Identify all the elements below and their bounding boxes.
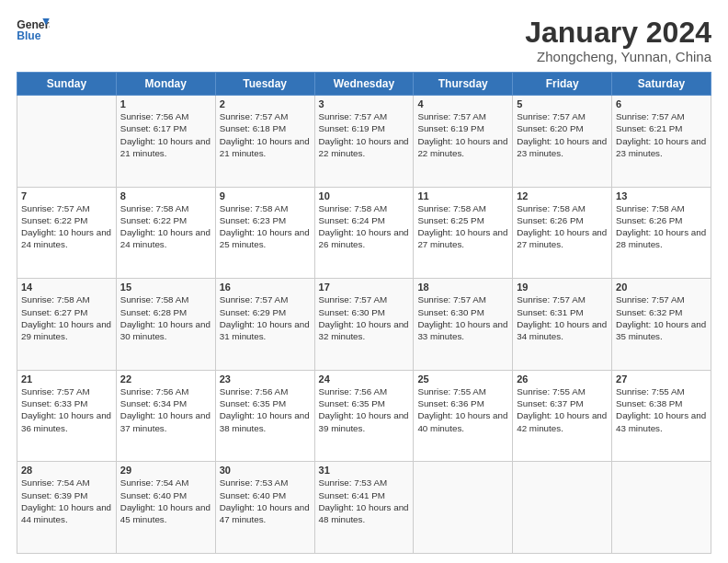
day-number: 20 [616,282,707,293]
day-info: Sunrise: 7:58 AMSunset: 6:24 PMDaylight:… [319,202,410,251]
calendar-table: SundayMondayTuesdayWednesdayThursdayFrid… [17,72,711,554]
calendar-body: 1Sunrise: 7:56 AMSunset: 6:17 PMDaylight… [17,96,711,554]
title-block: January 2024 Zhongcheng, Yunnan, China [525,17,711,64]
logo-icon: General Blue [17,17,50,44]
day-info: Sunrise: 7:58 AMSunset: 6:27 PMDaylight:… [21,293,112,342]
calendar-day-cell: 3Sunrise: 7:57 AMSunset: 6:19 PMDaylight… [314,96,414,188]
day-number: 13 [616,190,707,201]
day-number: 26 [517,373,608,385]
day-number: 5 [517,98,608,109]
calendar-week-row: 1Sunrise: 7:56 AMSunset: 6:17 PMDaylight… [17,96,711,188]
day-info: Sunrise: 7:56 AMSunset: 6:17 PMDaylight:… [120,110,211,159]
day-number: 1 [120,98,211,109]
calendar-header-row: SundayMondayTuesdayWednesdayThursdayFrid… [17,73,711,96]
calendar-day-cell: 23Sunrise: 7:56 AMSunset: 6:35 PMDayligh… [215,370,314,462]
day-info: Sunrise: 7:54 AMSunset: 6:39 PMDaylight:… [21,477,112,525]
day-info: Sunrise: 7:57 AMSunset: 6:19 PMDaylight:… [417,110,508,159]
calendar-day-cell: 27Sunrise: 7:55 AMSunset: 6:38 PMDayligh… [612,370,711,462]
day-info: Sunrise: 7:58 AMSunset: 6:25 PMDaylight:… [417,202,508,251]
calendar-day-cell: 24Sunrise: 7:56 AMSunset: 6:35 PMDayligh… [314,370,414,462]
day-number: 19 [517,282,608,293]
calendar-day-cell: 8Sunrise: 7:58 AMSunset: 6:22 PMDaylight… [116,187,215,279]
calendar-day-cell: 26Sunrise: 7:55 AMSunset: 6:37 PMDayligh… [513,370,612,462]
svg-text:Blue: Blue [17,29,41,42]
day-info: Sunrise: 7:57 AMSunset: 6:29 PMDaylight:… [220,293,311,342]
day-info: Sunrise: 7:53 AMSunset: 6:40 PMDaylight:… [220,477,311,525]
calendar-week-row: 14Sunrise: 7:58 AMSunset: 6:27 PMDayligh… [17,279,711,371]
calendar-day-cell: 1Sunrise: 7:56 AMSunset: 6:17 PMDaylight… [116,96,215,188]
day-info: Sunrise: 7:54 AMSunset: 6:40 PMDaylight:… [120,477,211,525]
calendar-day-cell: 15Sunrise: 7:58 AMSunset: 6:28 PMDayligh… [116,279,215,371]
day-info: Sunrise: 7:57 AMSunset: 6:30 PMDaylight:… [319,293,410,342]
calendar-week-row: 28Sunrise: 7:54 AMSunset: 6:39 PMDayligh… [17,462,711,554]
calendar-day-cell: 18Sunrise: 7:57 AMSunset: 6:30 PMDayligh… [414,279,513,371]
day-number: 3 [319,98,410,109]
day-info: Sunrise: 7:55 AMSunset: 6:38 PMDaylight:… [616,385,707,434]
calendar-page: General Blue January 2024 Zhongcheng, Yu… [0,0,728,563]
calendar-day-cell: 31Sunrise: 7:53 AMSunset: 6:41 PMDayligh… [314,462,414,554]
calendar-day-cell [414,462,513,554]
calendar-day-cell [612,462,711,554]
day-info: Sunrise: 7:57 AMSunset: 6:21 PMDaylight:… [616,110,707,159]
calendar-day-cell: 11Sunrise: 7:58 AMSunset: 6:25 PMDayligh… [414,187,513,279]
day-number: 7 [21,190,112,201]
calendar-day-cell: 9Sunrise: 7:58 AMSunset: 6:23 PMDaylight… [215,187,314,279]
day-number: 9 [220,190,311,201]
calendar-day-cell: 28Sunrise: 7:54 AMSunset: 6:39 PMDayligh… [17,462,117,554]
day-of-week-header: Tuesday [215,73,314,96]
day-number: 16 [220,282,311,293]
calendar-week-row: 7Sunrise: 7:57 AMSunset: 6:22 PMDaylight… [17,187,711,279]
day-number: 21 [21,373,112,385]
month-title: January 2024 [525,17,711,49]
calendar-day-cell [17,96,117,188]
calendar-day-cell: 21Sunrise: 7:57 AMSunset: 6:33 PMDayligh… [17,370,117,462]
day-of-week-header: Wednesday [314,73,414,96]
day-number: 22 [120,373,211,385]
calendar-day-cell [513,462,612,554]
day-info: Sunrise: 7:58 AMSunset: 6:23 PMDaylight:… [220,202,311,251]
day-number: 30 [220,465,311,476]
calendar-day-cell: 22Sunrise: 7:56 AMSunset: 6:34 PMDayligh… [116,370,215,462]
day-info: Sunrise: 7:57 AMSunset: 6:32 PMDaylight:… [616,293,707,342]
day-info: Sunrise: 7:57 AMSunset: 6:33 PMDaylight:… [21,385,112,434]
day-info: Sunrise: 7:57 AMSunset: 6:31 PMDaylight:… [517,293,608,342]
day-number: 23 [220,373,311,385]
day-of-week-header: Friday [513,73,612,96]
day-number: 10 [319,190,410,201]
calendar-day-cell: 25Sunrise: 7:55 AMSunset: 6:36 PMDayligh… [414,370,513,462]
day-number: 27 [616,373,707,385]
day-info: Sunrise: 7:55 AMSunset: 6:36 PMDaylight:… [417,385,508,434]
day-info: Sunrise: 7:58 AMSunset: 6:22 PMDaylight:… [120,202,211,251]
location-subtitle: Zhongcheng, Yunnan, China [525,49,711,64]
calendar-day-cell: 17Sunrise: 7:57 AMSunset: 6:30 PMDayligh… [314,279,414,371]
calendar-day-cell: 7Sunrise: 7:57 AMSunset: 6:22 PMDaylight… [17,187,117,279]
day-number: 11 [417,190,508,201]
calendar-day-cell: 20Sunrise: 7:57 AMSunset: 6:32 PMDayligh… [612,279,711,371]
day-info: Sunrise: 7:57 AMSunset: 6:22 PMDaylight:… [21,202,112,251]
calendar-day-cell: 10Sunrise: 7:58 AMSunset: 6:24 PMDayligh… [314,187,414,279]
day-of-week-header: Saturday [612,73,711,96]
day-number: 8 [120,190,211,201]
calendar-day-cell: 12Sunrise: 7:58 AMSunset: 6:26 PMDayligh… [513,187,612,279]
day-info: Sunrise: 7:58 AMSunset: 6:28 PMDaylight:… [120,293,211,342]
day-info: Sunrise: 7:57 AMSunset: 6:30 PMDaylight:… [417,293,508,342]
day-number: 6 [616,98,707,109]
day-of-week-header: Monday [116,73,215,96]
day-number: 14 [21,282,112,293]
day-info: Sunrise: 7:57 AMSunset: 6:20 PMDaylight:… [517,110,608,159]
calendar-day-cell: 6Sunrise: 7:57 AMSunset: 6:21 PMDaylight… [612,96,711,188]
header: General Blue January 2024 Zhongcheng, Yu… [17,17,711,64]
day-info: Sunrise: 7:57 AMSunset: 6:18 PMDaylight:… [220,110,311,159]
calendar-day-cell: 4Sunrise: 7:57 AMSunset: 6:19 PMDaylight… [414,96,513,188]
day-number: 25 [417,373,508,385]
day-info: Sunrise: 7:58 AMSunset: 6:26 PMDaylight:… [616,202,707,251]
logo: General Blue [17,17,50,44]
calendar-day-cell: 14Sunrise: 7:58 AMSunset: 6:27 PMDayligh… [17,279,117,371]
calendar-day-cell: 2Sunrise: 7:57 AMSunset: 6:18 PMDaylight… [215,96,314,188]
day-info: Sunrise: 7:58 AMSunset: 6:26 PMDaylight:… [517,202,608,251]
calendar-day-cell: 30Sunrise: 7:53 AMSunset: 6:40 PMDayligh… [215,462,314,554]
calendar-day-cell: 29Sunrise: 7:54 AMSunset: 6:40 PMDayligh… [116,462,215,554]
day-of-week-header: Sunday [17,73,117,96]
day-number: 24 [319,373,410,385]
day-number: 29 [120,465,211,476]
